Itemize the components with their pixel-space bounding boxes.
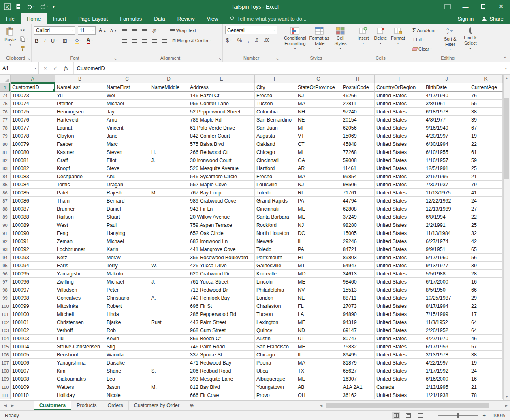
row-header-105[interactable]: 105: [0, 343, 11, 351]
cell-H85[interactable]: 98506: [341, 181, 375, 189]
cell-A103[interactable]: 100102: [11, 326, 55, 335]
formula-input[interactable]: CustomerID: [74, 62, 502, 74]
cell-G79[interactable]: VT: [296, 132, 341, 140]
cell-B88[interactable]: Brunner: [55, 205, 105, 213]
cell-B96[interactable]: Yamagishi: [55, 270, 105, 278]
cell-K93[interactable]: 65: [469, 245, 503, 254]
cell-F109[interactable]: Albuquerque: [255, 375, 296, 383]
cell-D106[interactable]: [149, 351, 188, 359]
cell-A91[interactable]: 100090: [11, 229, 55, 237]
cell-C85[interactable]: Dragan: [105, 181, 149, 189]
cell-C109[interactable]: Leo: [105, 375, 149, 383]
cell-J79[interactable]: 4/20/1997: [424, 132, 469, 140]
cell-I74[interactable]: United States: [375, 92, 424, 100]
cell-J81[interactable]: 6/10/1955: [424, 148, 469, 156]
sort-filter-button[interactable]: AZ Sort & Filter ▾: [441, 26, 459, 52]
cell-A85[interactable]: 100084: [11, 181, 55, 189]
cell-B87[interactable]: Tham: [55, 197, 105, 205]
cell-A101[interactable]: 100100: [11, 310, 55, 318]
cell-F104[interactable]: Austin: [255, 335, 296, 343]
cell-K97[interactable]: 16: [469, 278, 503, 286]
select-all-button[interactable]: [0, 75, 11, 83]
insert-function-icon[interactable]: fx: [64, 65, 68, 72]
row-header-96[interactable]: 96: [0, 270, 11, 278]
cell-E108[interactable]: 206 Redbud Road: [188, 367, 255, 375]
row-header-75[interactable]: 75: [0, 100, 11, 108]
cell-G106[interactable]: IL: [296, 351, 341, 359]
cell-E100[interactable]: 696 Fir St: [188, 302, 255, 310]
cell-B105[interactable]: Struve-Christensen: [55, 343, 105, 351]
row-header-80[interactable]: 80: [0, 140, 11, 148]
zoom-level[interactable]: 100%: [490, 413, 505, 418]
cell-H106[interactable]: 89495: [341, 351, 375, 359]
cell-B76[interactable]: Henningsen: [55, 108, 105, 116]
vertical-scrollbar[interactable]: ▴ ▾: [503, 75, 510, 400]
cell-F90[interactable]: Rockford: [255, 221, 296, 229]
zoom-slider-thumb[interactable]: [457, 413, 459, 418]
cell-F100[interactable]: Charleston: [255, 302, 296, 310]
format-painter-button[interactable]: [19, 44, 29, 52]
cell-B80[interactable]: Faeber: [55, 140, 105, 148]
cell-H102[interactable]: 94319: [341, 318, 375, 326]
cell-F98[interactable]: Philadelphia: [255, 286, 296, 294]
cell-F97[interactable]: Lincoln: [255, 278, 296, 286]
cell-F86[interactable]: Toledo: [255, 189, 296, 197]
cell-D90[interactable]: [149, 221, 188, 229]
name-box[interactable]: A1 ▾: [0, 62, 39, 74]
row-header-106[interactable]: 106: [0, 351, 11, 359]
cell-K103[interactable]: 64: [469, 326, 503, 335]
cell-G108[interactable]: TX: [296, 367, 341, 375]
column-header-K[interactable]: K: [469, 75, 503, 83]
cell-E110[interactable]: 812 Bay Blvd: [188, 383, 255, 391]
save-icon[interactable]: [16, 4, 21, 9]
column-header-F[interactable]: F: [255, 75, 296, 83]
cell-A96[interactable]: 100095: [11, 270, 55, 278]
cell-C83[interactable]: Steve: [105, 164, 149, 173]
cell-A82[interactable]: 100081: [11, 156, 55, 164]
cell-B1[interactable]: NameLast: [55, 83, 105, 92]
paste-button[interactable]: Paste ▾: [2, 26, 18, 48]
row-header-90[interactable]: 90: [0, 221, 11, 229]
column-header-B[interactable]: B: [55, 75, 105, 83]
cell-C76[interactable]: Jay: [105, 108, 149, 116]
cell-C1[interactable]: NameFirst: [105, 83, 149, 92]
cell-I1[interactable]: CountryOrRegion: [375, 83, 424, 92]
cell-G85[interactable]: NJ: [296, 181, 341, 189]
cell-D81[interactable]: H.: [149, 148, 188, 156]
new-sheet-button[interactable]: ⊕: [185, 401, 198, 410]
cell-K76[interactable]: 38: [469, 108, 503, 116]
cell-G87[interactable]: PA: [296, 197, 341, 205]
cell-D100[interactable]: [149, 302, 188, 310]
vertical-scroll-thumb[interactable]: [504, 98, 509, 179]
find-select-button[interactable]: Find & Select ▾: [461, 26, 479, 51]
cell-C86[interactable]: Rajesh: [105, 189, 149, 197]
cell-A94[interactable]: 100093: [11, 254, 55, 262]
cell-C104[interactable]: Kevin: [105, 335, 149, 343]
cell-D80[interactable]: [149, 140, 188, 148]
cell-E84[interactable]: 546 Sycamore Circle: [188, 173, 255, 181]
cell-I84[interactable]: United States: [375, 173, 424, 181]
cell-K74[interactable]: 76: [469, 92, 503, 100]
cell-A90[interactable]: 100089: [11, 221, 55, 229]
cell-G75[interactable]: MA: [296, 100, 341, 108]
cell-K84[interactable]: 21: [469, 173, 503, 181]
cell-E109[interactable]: 393 Mesquite Lane: [188, 375, 255, 383]
cell-A81[interactable]: 100080: [11, 148, 55, 156]
vertical-scroll-track[interactable]: [504, 81, 510, 393]
cell-G82[interactable]: GA: [296, 156, 341, 164]
ribbon-tab-view[interactable]: View: [201, 13, 224, 24]
cell-K82[interactable]: 59: [469, 156, 503, 164]
cell-F80[interactable]: Oakland: [255, 140, 296, 148]
fill-button[interactable]: ↓Fill▾: [412, 35, 439, 44]
cell-I82[interactable]: United States: [375, 156, 424, 164]
cell-J88[interactable]: 12/13/1989: [424, 205, 469, 213]
cell-A76[interactable]: 100075: [11, 108, 55, 116]
ribbon-tab-data[interactable]: Data: [148, 13, 171, 24]
cell-K79[interactable]: 19: [469, 132, 503, 140]
cell-A80[interactable]: 100079: [11, 140, 55, 148]
cell-H84[interactable]: 99854: [341, 173, 375, 181]
cell-I91[interactable]: United States: [375, 229, 424, 237]
cell-K95[interactable]: 39: [469, 262, 503, 270]
row-header-76[interactable]: 76: [0, 108, 11, 116]
cell-D95[interactable]: W.: [149, 262, 188, 270]
